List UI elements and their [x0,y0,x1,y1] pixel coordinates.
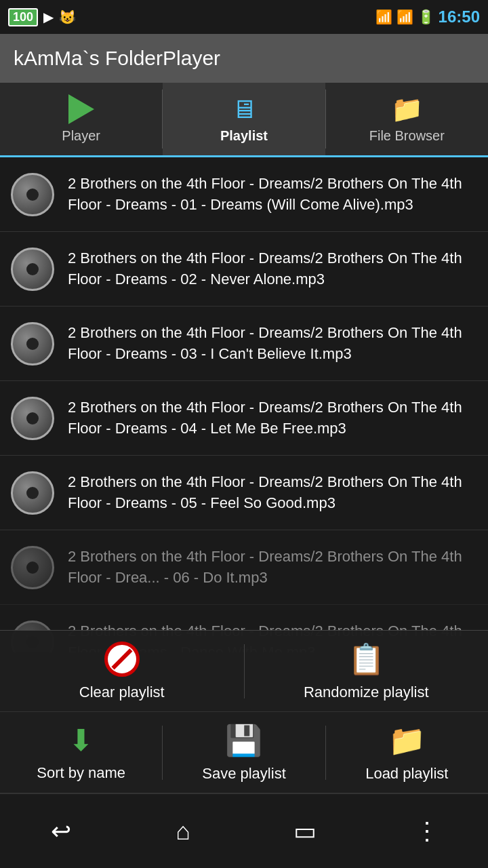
playlist-item-6[interactable]: 2 Brothers on the 4th Floor - Dreams/2 B… [0,530,488,605]
track-icon-2 [11,248,54,291]
tab-bar: Player 🖥 Playlist 📁 File Browser [0,83,488,157]
nav-recents-icon: ▭ [293,817,317,846]
track-name-3: 2 Brothers on the 4th Floor - Dreams/2 B… [68,323,477,365]
track-icon-5 [11,471,54,515]
sim-icon: 📶 [375,9,392,25]
sort-by-name-button[interactable]: ⬇ Sort by name [0,716,162,789]
nav-recents-button[interactable]: ▭ [278,811,332,852]
nav-more-icon: ⋮ [415,817,439,846]
playlist-icon: 🖥 [231,95,257,124]
tab-playlist-label: Playlist [220,128,268,144]
randomize-playlist-label: Randomize playlist [304,684,429,701]
tab-file-browser-label: File Browser [369,128,445,144]
context-menu: Clear playlist 📋 Randomize playlist ⬇ So… [0,630,488,793]
track-icon-1 [11,173,54,216]
playlist-item-3[interactable]: 2 Brothers on the 4th Floor - Dreams/2 B… [0,307,488,381]
playlist-item-4[interactable]: 2 Brothers on the 4th Floor - Dreams/2 B… [0,381,488,456]
track-name-6: 2 Brothers on the 4th Floor - Dreams/2 B… [68,547,477,589]
load-playlist-button[interactable]: 📁 Load playlist [326,716,488,789]
context-row-2: ⬇ Sort by name 💾 Save playlist 📁 Load pl… [0,712,488,793]
save-playlist-button[interactable]: 💾 Save playlist [163,716,325,789]
nav-back-icon: ↩ [51,817,71,846]
context-row-1: Clear playlist 📋 Randomize playlist [0,631,488,712]
status-left: 100 ▶ 😺 [8,8,76,26]
load-playlist-label: Load playlist [365,765,448,783]
tab-playlist[interactable]: 🖥 Playlist [163,83,325,155]
signal-icon: 📶 [396,9,413,25]
battery-full-icon: 🔋 [418,9,434,25]
tab-player-label: Player [62,128,100,144]
app-title: kAmMa`s FolderPlayer [14,47,220,70]
track-name-1: 2 Brothers on the 4th Floor - Dreams/2 B… [68,174,477,216]
app-status-icon: 😺 [59,9,76,25]
clear-icon [104,642,140,677]
battery-indicator: 100 [8,8,38,26]
save-playlist-label: Save playlist [202,765,286,783]
clear-playlist-button[interactable]: Clear playlist [0,635,244,708]
player-icon [68,94,94,124]
track-icon-4 [11,397,54,440]
track-icon-6 [11,546,54,589]
nav-home-icon: ⌂ [176,817,190,846]
play-status-icon: ▶ [43,9,54,25]
playlist-item-2[interactable]: 2 Brothers on the 4th Floor - Dreams/2 B… [0,232,488,307]
tab-player[interactable]: Player [0,83,162,155]
track-icon-3 [11,322,54,366]
tab-file-browser[interactable]: 📁 File Browser [326,83,488,155]
track-name-5: 2 Brothers on the 4th Floor - Dreams/2 B… [68,472,477,514]
playlist-area: 2 Brothers on the 4th Floor - Dreams/2 B… [0,157,488,652]
app-title-bar: kAmMa`s FolderPlayer [0,34,488,83]
clear-playlist-label: Clear playlist [79,684,165,701]
status-bar: 100 ▶ 😺 📶 📶 🔋 16:50 [0,0,488,34]
status-icons-right: 📶 📶 🔋 16:50 [375,7,480,26]
folder-load-icon: 📁 [388,723,426,758]
sort-by-name-label: Sort by name [37,764,125,782]
track-name-2: 2 Brothers on the 4th Floor - Dreams/2 B… [68,248,477,290]
sort-icon: ⬇ [68,723,94,757]
nav-home-button[interactable]: ⌂ [156,811,210,852]
track-name-4: 2 Brothers on the 4th Floor - Dreams/2 B… [68,397,477,439]
playlist-item-5[interactable]: 2 Brothers on the 4th Floor - Dreams/2 B… [0,456,488,530]
nav-back-button[interactable]: ↩ [34,811,88,852]
nav-bar: ↩ ⌂ ▭ ⋮ [0,793,488,868]
clipboard-icon: 📋 [348,642,385,677]
randomize-playlist-button[interactable]: 📋 Randomize playlist [245,635,489,708]
floppy-icon: 💾 [225,723,262,758]
file-browser-icon: 📁 [391,94,423,124]
nav-more-button[interactable]: ⋮ [400,811,454,852]
playlist-item-1[interactable]: 2 Brothers on the 4th Floor - Dreams/2 B… [0,157,488,232]
status-time: 16:50 [439,7,480,26]
